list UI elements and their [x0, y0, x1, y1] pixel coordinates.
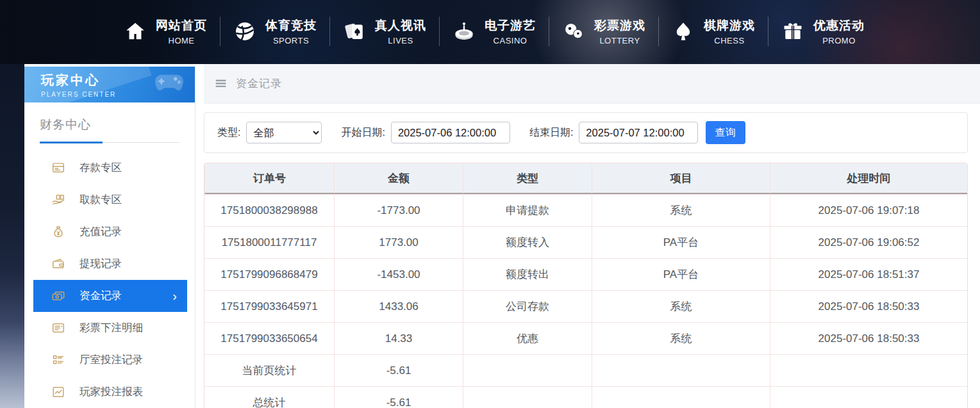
order-number-cell: 1751799096868479 — [204, 258, 334, 290]
table-header-row: 订单号金额类型项目处理时间 — [204, 163, 967, 194]
nav-label-en: LIVES — [375, 36, 426, 45]
nav-item-lives[interactable]: 真人视讯 LIVES — [329, 12, 439, 51]
project-cell: 系统 — [592, 194, 770, 226]
table-header-cell: 项目 — [592, 163, 770, 194]
money-bag-icon — [51, 225, 65, 239]
sidebar-item-withdrawal-records[interactable]: 提现记录 — [33, 248, 187, 280]
project-cell: 系统 — [592, 290, 770, 322]
end-date-label: 结束日期: — [529, 126, 573, 140]
project-cell: PA平台 — [592, 226, 770, 258]
order-number-cell: 1751799033650654 — [204, 322, 334, 354]
table-row: 1751800011777117 1773.00 额度转入 PA平台 2025-… — [204, 226, 967, 258]
summary-row: 总统计 -5.61 — [204, 386, 967, 408]
nav-item-home[interactable]: 网站首页 HOME — [110, 12, 220, 51]
type-cell: 公司存款 — [463, 290, 592, 322]
summary-label-cell: 总统计 — [204, 386, 334, 408]
nav-item-casino[interactable]: 电子游艺 CASINO — [439, 12, 549, 51]
nav-label-en: LOTTERY — [594, 36, 645, 45]
main-content: 资金记录 类型: 全部 开始日期: 结束日期: 查询 订单号金额类型项目处理时间 — [204, 64, 980, 408]
lottery-balls-icon — [561, 19, 586, 44]
order-number-cell: 1751799033645971 — [204, 290, 334, 322]
nav-item-sports[interactable]: 体育竞技 SPORTS — [220, 12, 329, 51]
search-button[interactable]: 查询 — [706, 121, 745, 144]
sidebar-item-label: 彩票下注明细 — [79, 321, 143, 335]
nav-label-en: CASINO — [485, 36, 536, 45]
sidebar-item-player-bet-report[interactable]: 玩家投注报表 — [33, 376, 187, 408]
menu-icon[interactable] — [214, 77, 228, 91]
table-body: 1751800038298988 -1773.00 申请提款 系统 2025-0… — [204, 194, 967, 354]
sidebar-item-lottery-bet-details[interactable]: 彩票下注明细 — [33, 312, 187, 344]
table-row: 1751800038298988 -1773.00 申请提款 系统 2025-0… — [204, 194, 967, 226]
nav-label-zh: 网站首页 — [156, 17, 207, 34]
list-card-icon — [51, 321, 65, 335]
table-header-cell: 类型 — [463, 163, 592, 194]
nav-label-zh: 棋牌游戏 — [704, 17, 755, 34]
start-date-label: 开始日期: — [341, 126, 385, 140]
nav-label-zh: 优惠活动 — [813, 17, 865, 34]
home-icon — [123, 19, 147, 44]
players-center-header: 玩家中心 PLAYERS CENTER — [24, 67, 195, 102]
list-icon — [51, 353, 65, 367]
type-cell: 额度转出 — [463, 258, 592, 290]
sports-ball-icon — [233, 19, 257, 44]
breadcrumb: 资金记录 — [204, 64, 980, 104]
amount-cell: 1773.00 — [334, 226, 463, 258]
nav-label-en: HOME — [156, 36, 207, 45]
table-row: 1751799033650654 14.33 优惠 系统 2025-07-06 … — [204, 322, 967, 354]
amount-cell: -1453.00 — [334, 258, 463, 290]
table-header-cell: 处理时间 — [770, 163, 967, 194]
order-number-cell: 1751800011777117 — [204, 226, 334, 258]
banknotes-icon — [51, 289, 65, 303]
chevron-right-icon: › — [172, 290, 177, 302]
process-time-cell: 2025-07-06 18:51:37 — [770, 258, 967, 290]
summary-row: 当前页统计 -5.61 — [204, 354, 967, 386]
amount-cell: -1773.00 — [334, 194, 463, 226]
project-cell: PA平台 — [592, 258, 770, 290]
nav-item-promo[interactable]: 优惠活动 PROMO — [768, 12, 877, 51]
sidebar-item-hall-bet-records[interactable]: 厅室投注记录 — [33, 344, 187, 376]
page-title: 资金记录 — [236, 76, 282, 91]
top-navigation: 网站首页 HOME 体育竞技 SPORTS 真人视讯 LIVES 电子游艺 — [0, 0, 980, 64]
nav-items: 网站首页 HOME 体育竞技 SPORTS 真人视讯 LIVES 电子游艺 — [110, 12, 877, 51]
hand-money-icon — [51, 193, 65, 207]
table-row: 1751799033645971 1433.06 公司存款 系统 2025-07… — [204, 290, 967, 322]
nav-label-zh: 彩票游戏 — [594, 17, 645, 34]
sidebar-item-fund-records[interactable]: 资金记录 › — [33, 280, 187, 312]
summary-amount-cell: -5.61 — [334, 354, 463, 386]
gift-icon — [781, 19, 805, 44]
gamepad-icon — [153, 72, 186, 96]
filter-panel: 类型: 全部 开始日期: 结束日期: 查询 — [204, 112, 968, 153]
sidebar-item-label: 玩家投注报表 — [79, 385, 143, 399]
sidebar-item-label: 存款专区 — [79, 161, 122, 175]
type-cell: 额度转入 — [463, 226, 592, 258]
nav-label-en: SPORTS — [265, 36, 317, 45]
type-cell: 申请提款 — [463, 194, 592, 226]
end-date-input[interactable] — [579, 122, 698, 143]
table-summary: 当前页统计 -5.61 总统计 -5.61 — [204, 354, 967, 408]
nav-label-zh: 真人视讯 — [375, 17, 426, 34]
nav-label-zh: 体育竞技 — [265, 17, 317, 34]
table-row: 1751799096868479 -1453.00 额度转出 PA平台 2025… — [204, 258, 967, 290]
table-header-cell: 金额 — [334, 163, 463, 194]
sidebar-item-deposit-zone[interactable]: 存款专区 — [33, 152, 187, 184]
sidebar-item-recharge-records[interactable]: 充值记录 — [33, 216, 187, 248]
nav-item-lottery[interactable]: 彩票游戏 LOTTERY — [549, 12, 658, 51]
nav-label-zh: 电子游艺 — [485, 17, 536, 34]
project-cell: 系统 — [592, 322, 770, 354]
roulette-icon — [452, 19, 476, 44]
table-header-cell: 订单号 — [204, 163, 334, 194]
type-cell: 优惠 — [463, 322, 592, 354]
type-select[interactable]: 全部 — [246, 122, 322, 143]
nav-item-chess[interactable]: 棋牌游戏 CHESS — [658, 12, 768, 51]
sidebar: 玩家中心 PLAYERS CENTER 财务中心 存款专区 取款专区 充值记录 … — [24, 67, 195, 408]
sidebar-item-label: 充值记录 — [79, 225, 122, 239]
process-time-cell: 2025-07-06 18:50:33 — [770, 290, 967, 322]
sidebar-item-withdraw-zone[interactable]: 取款专区 — [33, 184, 187, 216]
process-time-cell: 2025-07-06 18:50:33 — [770, 322, 967, 354]
nav-label-en: PROMO — [813, 36, 865, 45]
finance-center-title: 财务中心 — [40, 117, 179, 143]
process-time-cell: 2025-07-06 19:07:18 — [770, 194, 967, 226]
type-label: 类型: — [217, 126, 240, 140]
start-date-input[interactable] — [391, 122, 510, 143]
amount-cell: 14.33 — [334, 322, 463, 354]
